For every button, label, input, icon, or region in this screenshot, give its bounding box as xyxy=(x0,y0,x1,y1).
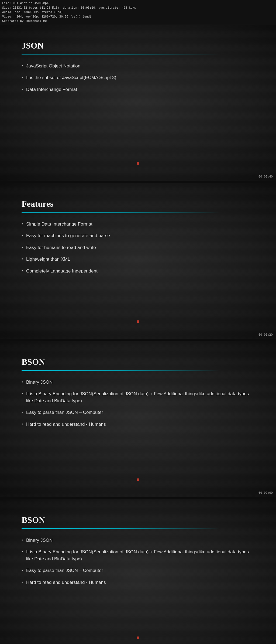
file-info-line2: Size: 11831462 bytes (11.28 MiB), durati… xyxy=(2,6,274,10)
list-item: It is a Binary Encoding for JSON(Seriali… xyxy=(22,548,254,562)
list-item: Lightweight than XML xyxy=(22,256,254,263)
list-item: Hard to read and understand - Humans xyxy=(22,421,254,428)
slide-json-divider xyxy=(22,54,219,54)
slide-features-title: Features xyxy=(22,199,254,209)
slide-bson1-bullets: Binary JSON It is a Binary Encoding for … xyxy=(22,379,254,428)
slide-json-bullets: JavaScript Object Notation It is the sub… xyxy=(22,63,254,93)
timestamp: 00:01:20 xyxy=(258,333,273,336)
slide-bson-2: BSON Binary JSON It is a Binary Encoding… xyxy=(0,499,276,644)
dot-indicator xyxy=(137,320,139,323)
list-item: Simple Data Interchange Format xyxy=(22,221,254,228)
slide-features-bullets: Simple Data Interchange Format Easy for … xyxy=(22,221,254,275)
dot-indicator xyxy=(137,162,139,165)
list-item: Binary JSON xyxy=(22,379,254,386)
list-item: Easy to parse than JSON – Computer xyxy=(22,409,254,416)
list-item: It is the subset of JavaScript(ECMA Scri… xyxy=(22,74,254,81)
dot-indicator xyxy=(137,636,139,639)
list-item: Easy to parse than JSON – Computer xyxy=(22,567,254,574)
list-item: Easy for humans to read and write xyxy=(22,244,254,251)
timestamp: 00:02:00 xyxy=(258,491,273,495)
list-item: Completely Language Independent xyxy=(22,268,254,275)
slide-bson-1: BSON Binary JSON It is a Binary Encoding… xyxy=(0,341,276,497)
list-item: Binary JSON xyxy=(22,537,254,544)
timestamp: 00:00:40 xyxy=(258,175,273,178)
file-info-line3: Audio: aac, 48000 Hz, stereo (und) xyxy=(2,10,274,15)
slide-json-title: JSON xyxy=(22,41,254,51)
file-info-line1: File: 001 What is JSON.mp4 xyxy=(2,1,274,6)
slide-features-divider xyxy=(22,212,219,213)
slide-bson1-divider xyxy=(22,370,219,371)
list-item: It is a Binary Encoding for JSON(Seriali… xyxy=(22,390,254,404)
file-info-bar: File: 001 What is JSON.mp4 Size: 1183146… xyxy=(0,0,276,25)
list-item: Data Interchange Format xyxy=(22,86,254,93)
dot-indicator xyxy=(137,478,139,481)
slide-json: JSON JavaScript Object Notation It is th… xyxy=(0,25,276,181)
slide-bson2-bullets: Binary JSON It is a Binary Encoding for … xyxy=(22,537,254,586)
list-item: Easy for machines to generate and parse xyxy=(22,232,254,239)
file-info-line4: Video: h264, yuv420p, 1280x720, 30.00 fp… xyxy=(2,15,274,19)
file-info-line5: Generated by Thumbnail me xyxy=(2,19,274,23)
slide-bson1-title: BSON xyxy=(22,357,254,367)
list-item: Hard to read and understand - Humans xyxy=(22,579,254,586)
list-item: JavaScript Object Notation xyxy=(22,63,254,70)
slide-bson2-divider xyxy=(22,528,219,529)
slide-bson2-title: BSON xyxy=(22,515,254,525)
slide-features: Features Simple Data Interchange Format … xyxy=(0,183,276,339)
